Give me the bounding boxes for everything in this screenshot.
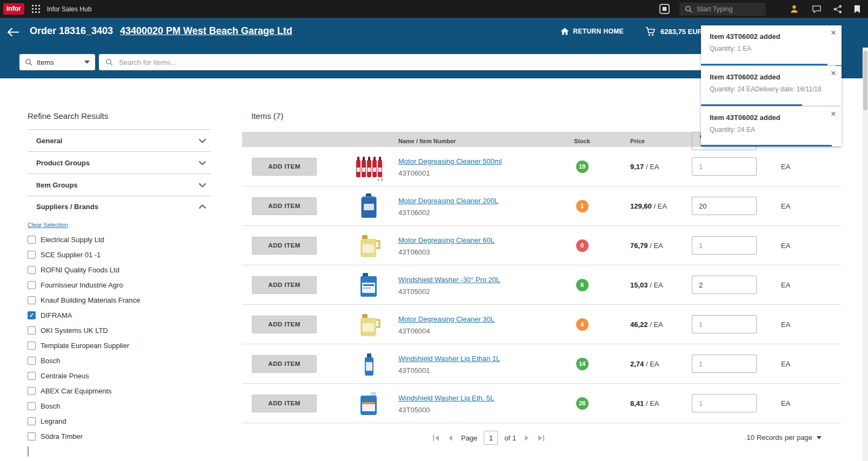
supplier-filter-item[interactable]: Fournisseur Industrie Agro	[28, 277, 211, 292]
quantity-input[interactable]	[692, 394, 757, 412]
supplier-filter-item[interactable]: Knauf Building Materials France	[28, 292, 211, 308]
first-page-icon[interactable]	[432, 434, 440, 442]
checkbox[interactable]	[28, 387, 36, 395]
supplier-filter-item[interactable]: DIFRAMA	[28, 308, 211, 323]
filter-section[interactable]: General	[28, 130, 211, 152]
toast-title: Item 43T06002 added	[710, 113, 836, 122]
supplier-filter-item[interactable]: Template European Supplier	[28, 338, 211, 353]
customer-link[interactable]: 43400020 PM West Beach Garage Ltd	[120, 25, 292, 37]
supplier-filter-item[interactable]: OKI Systems UK LTD	[28, 323, 211, 338]
column-stock: Stock	[562, 138, 602, 144]
item-name-link[interactable]: Windshield Washer Liq Eth. 5L	[398, 394, 494, 402]
item-number: 43T05000	[398, 406, 562, 414]
add-item-button[interactable]: ADD ITEM	[252, 276, 317, 294]
home-icon	[560, 28, 569, 35]
share-icon[interactable]	[833, 5, 842, 14]
quantity-input[interactable]	[692, 197, 757, 215]
supplier-filter-item-partial[interactable]	[28, 447, 29, 457]
checkbox[interactable]	[28, 326, 36, 335]
chevron-down-icon	[198, 138, 206, 143]
item-name-link[interactable]: Motor Degreasing Cleaner 200L	[398, 197, 498, 205]
checkbox[interactable]	[28, 296, 36, 304]
filter-section[interactable]: Item Groups	[28, 174, 211, 196]
toast-title: Item 43T06002 added	[710, 73, 836, 81]
close-icon[interactable]: ×	[831, 109, 836, 118]
add-item-button[interactable]: ADD ITEM	[252, 355, 317, 373]
next-page-icon[interactable]	[523, 434, 531, 442]
bookmark-icon[interactable]	[854, 5, 860, 14]
cart-summary[interactable]: 6283,75 EUR	[645, 27, 703, 36]
quantity-input[interactable]	[692, 315, 757, 333]
global-search-placeholder: Start Typing	[697, 5, 732, 13]
item-number: 43T05001	[398, 366, 562, 375]
supplier-filter-item[interactable]: Electrical Supply Ltd	[28, 232, 211, 247]
chevron-down-icon	[198, 183, 206, 188]
checkbox[interactable]	[28, 251, 36, 259]
chevron-down-icon	[198, 161, 206, 165]
filter-section[interactable]: Product Groups	[28, 152, 211, 174]
search-icon	[25, 58, 32, 66]
quantity-input[interactable]	[692, 355, 757, 373]
add-item-button[interactable]: ADD ITEM	[252, 237, 317, 255]
item-name-link[interactable]: Motor Degreasing Cleaner 500ml	[398, 157, 502, 165]
supplier-filter-item[interactable]: ROFNI Quality Foods Ltd	[28, 262, 211, 277]
item-name-link[interactable]: Windshield Washer -30° Pro 20L	[398, 276, 500, 284]
chat-icon[interactable]	[812, 5, 822, 14]
quantity-input[interactable]	[692, 157, 757, 176]
clear-selection-link[interactable]: Clear Selection	[28, 222, 68, 228]
supplier-label: ABEX Car Equipments	[41, 387, 112, 395]
supplier-filter-item[interactable]: Legrand	[28, 413, 211, 429]
add-item-button[interactable]: ADD ITEM	[252, 158, 317, 176]
quantity-input[interactable]	[692, 236, 757, 255]
app-launcher-icon[interactable]	[32, 5, 40, 13]
checkbox[interactable]	[28, 417, 36, 425]
previous-page-icon[interactable]	[446, 434, 455, 442]
back-arrow-icon[interactable]	[7, 28, 19, 37]
checkbox[interactable]	[28, 311, 36, 319]
page-number-input[interactable]	[484, 431, 498, 445]
supplier-label: Legrand	[41, 417, 66, 425]
display-mode-icon[interactable]	[659, 4, 670, 14]
checkbox[interactable]	[28, 402, 36, 410]
item-name-link[interactable]: Motor Degreasing Cleaner 60L	[398, 236, 495, 244]
item-name-link[interactable]: Motor Degreasing Cleaner 30L	[398, 315, 495, 323]
search-category-dropdown[interactable]: Items	[19, 54, 95, 70]
filter-accordion: General Product Groups Item Groups Suppl…	[28, 129, 211, 217]
quantity-input[interactable]	[692, 276, 757, 294]
close-icon[interactable]: ×	[831, 69, 836, 78]
close-icon[interactable]: ×	[831, 28, 836, 37]
supplier-filter-item[interactable]: SCE Supplier 01 -1	[28, 247, 211, 262]
vertical-scrollbar[interactable]	[863, 48, 868, 461]
product-image	[352, 349, 385, 379]
supplier-label: Centrale Pneus	[41, 372, 89, 380]
global-search[interactable]: Start Typing	[679, 3, 766, 16]
records-per-page-dropdown[interactable]: 10 Records per page	[747, 433, 822, 442]
add-item-button[interactable]: ADD ITEM	[252, 316, 317, 333]
checkbox[interactable]	[28, 266, 36, 274]
item-name-link[interactable]: Windshield Washer Liq Ethan 1L	[398, 355, 500, 363]
return-home-button[interactable]: RETURN HOME	[560, 28, 624, 35]
checkbox[interactable]	[28, 372, 36, 380]
checkbox[interactable]	[28, 236, 36, 244]
supplier-filter-item[interactable]: Centrale Pneus	[28, 368, 211, 383]
scrollbar-thumb[interactable]	[863, 51, 867, 110]
checkbox[interactable]	[28, 357, 36, 365]
checkbox[interactable]	[28, 342, 36, 350]
filter-section[interactable]: Suppliers / Brands	[28, 196, 211, 217]
item-row: ADD ITEM Motor Degreasing Cleaner 30L 43…	[242, 305, 841, 344]
stock-badge: 4	[576, 318, 589, 331]
unit-label: EA	[771, 320, 841, 329]
checkbox[interactable]	[28, 446, 29, 457]
add-item-button[interactable]: ADD ITEM	[252, 197, 317, 215]
checkbox[interactable]	[28, 432, 36, 440]
checkbox[interactable]	[28, 281, 36, 289]
supplier-filter-item[interactable]: Bosch	[28, 353, 211, 368]
supplier-filter-item[interactable]: ABEX Car Equipments	[28, 383, 211, 398]
add-item-button[interactable]: ADD ITEM	[252, 395, 317, 412]
toast-title: Item 43T06002 added	[710, 32, 836, 41]
last-page-icon[interactable]	[537, 434, 545, 442]
supplier-filter-item[interactable]: Bosch	[28, 398, 211, 413]
user-icon[interactable]	[790, 4, 799, 14]
supplier-label: Södra Timber	[41, 432, 83, 440]
supplier-filter-item[interactable]: Södra Timber	[28, 429, 211, 444]
